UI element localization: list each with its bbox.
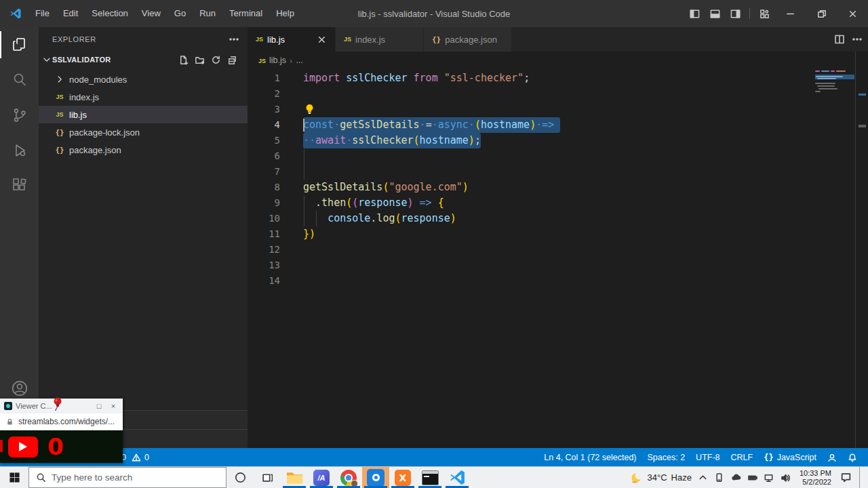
taskbar-app-terminal[interactable]: [416, 467, 443, 488]
code-line-5: 5··await·sslChecker(hostname);: [248, 133, 854, 148]
refresh-icon[interactable]: [210, 54, 222, 66]
menu-selection[interactable]: Selection: [85, 0, 134, 27]
close-button[interactable]: [837, 0, 868, 27]
chevron-up-icon[interactable]: [698, 472, 708, 483]
network-icon[interactable]: [764, 472, 774, 483]
status-item-feedback-icon[interactable]: [822, 453, 842, 462]
collapse-all-icon[interactable]: [226, 54, 238, 66]
status-item-spaces-2[interactable]: Spaces: 2: [642, 453, 691, 462]
lightbulb-icon[interactable]: [304, 104, 315, 115]
layout-panel-icon[interactable]: [705, 0, 725, 27]
file-item-package-lock.json[interactable]: {}package-lock.json: [39, 123, 248, 141]
status-warnings[interactable]: 0: [130, 453, 151, 462]
menu-go[interactable]: Go: [167, 0, 193, 27]
slash-a-icon: /A: [313, 470, 330, 486]
minimize-button[interactable]: [774, 0, 806, 27]
vscode-logo-icon: [9, 7, 22, 20]
taskbar-app-vscode[interactable]: [443, 467, 471, 488]
taskbar-app-xampp[interactable]: X: [389, 467, 416, 488]
js-icon: JS: [344, 36, 351, 43]
weather-widget[interactable]: 34°C Haze: [630, 471, 692, 485]
activitybar-run-debug[interactable]: [0, 133, 39, 168]
widget-address-bar[interactable]: streamlabs.com/widgets/...: [0, 413, 123, 430]
tab-lib.js[interactable]: JSlib.js: [248, 27, 336, 52]
tab-package.json[interactable]: {}package.json: [424, 27, 512, 52]
battery-icon[interactable]: [747, 472, 757, 483]
bell-icon: [848, 453, 857, 462]
menu-terminal[interactable]: Terminal: [222, 0, 269, 27]
minimap[interactable]: [815, 69, 854, 118]
file-item-package.json[interactable]: {}package.json: [39, 141, 248, 159]
taskbar-search[interactable]: [28, 467, 226, 488]
widget-close-button[interactable]: ×: [108, 402, 119, 410]
show-desktop-button[interactable]: [859, 467, 863, 488]
taskbar-app-file-explorer[interactable]: [281, 467, 308, 488]
folder-section-header[interactable]: SSLVALIDATOR: [39, 52, 248, 68]
layout-sidebar-icon[interactable]: [684, 0, 705, 27]
lock-icon: [5, 418, 14, 426]
menu-file[interactable]: File: [28, 0, 56, 27]
menu-view[interactable]: View: [135, 0, 167, 27]
activitybar-source-control[interactable]: [0, 98, 39, 133]
activitybar-search[interactable]: [0, 62, 39, 98]
windows-start-icon[interactable]: [0, 467, 28, 488]
activitybar-explorer[interactable]: [0, 27, 39, 62]
taskbar-app-chrome[interactable]: [335, 467, 362, 488]
new-file-icon[interactable]: [177, 54, 189, 66]
status-item-bell-icon[interactable]: [842, 453, 863, 462]
code-line-3: 3: [248, 102, 854, 117]
status-label: CRLF: [731, 453, 753, 462]
file-item-lib.js[interactable]: JSlib.js: [39, 106, 248, 123]
status-item-crlf[interactable]: CRLF: [726, 453, 759, 462]
tab-close-icon[interactable]: [307, 35, 327, 45]
more-actions-icon[interactable]: [852, 34, 863, 45]
explorer-sidebar: EXPLORER SSLVALIDATOR node_modulesJSinde…: [39, 27, 248, 448]
title-bar: FileEditSelectionViewGoRunTerminalHelp l…: [0, 0, 868, 27]
breadcrumb-more[interactable]: ...: [296, 56, 302, 65]
files-icon: [11, 36, 28, 54]
layout-secondary-sidebar-icon[interactable]: [725, 0, 745, 27]
status-item-javascript[interactable]: {}JavaScript: [758, 453, 822, 462]
widget-restore-button[interactable]: □: [94, 402, 104, 410]
line-content: import sslChecker from "ssl-checker";: [303, 70, 530, 86]
taskbar-cortana-button[interactable]: [226, 467, 254, 488]
code-line-1: 1import sslChecker from "ssl-checker";: [248, 70, 854, 86]
taskbar-clock[interactable]: 10:33 PM 5/2/2022: [797, 469, 834, 487]
taskbar-app-slash-a-app[interactable]: /A: [308, 467, 335, 488]
activitybar-extensions[interactable]: [0, 168, 39, 203]
status-item-ln-4-col-1-72-selected-[interactable]: Ln 4, Col 1 (72 selected): [538, 453, 642, 462]
menu-help[interactable]: Help: [269, 0, 301, 27]
js-icon: JS: [54, 111, 66, 118]
file-item-node_modules[interactable]: node_modules: [39, 70, 248, 88]
customize-layout-icon[interactable]: [754, 0, 774, 27]
file-item-index.js[interactable]: JSindex.js: [39, 88, 248, 106]
action-center-icon[interactable]: [840, 472, 852, 483]
menu-edit[interactable]: Edit: [56, 0, 85, 27]
feedback-icon: [827, 453, 837, 462]
search-input[interactable]: [52, 472, 219, 483]
status-item-utf-8[interactable]: UTF-8: [690, 453, 725, 462]
new-folder-icon[interactable]: [193, 54, 205, 66]
indent-guide: [304, 148, 304, 164]
code-editor[interactable]: 1import sslChecker from "ssl-checker";23…: [248, 70, 854, 448]
code-line-6: 6: [248, 148, 854, 164]
run-debug-icon: [11, 142, 28, 159]
phone-link-icon[interactable]: [714, 472, 724, 483]
restore-button[interactable]: [806, 0, 837, 27]
onedrive-icon[interactable]: [730, 472, 741, 483]
menu-run[interactable]: Run: [193, 0, 222, 27]
volume-icon[interactable]: [780, 472, 791, 483]
taskbar-app-streamlabs[interactable]: [362, 467, 389, 488]
code-line-10: 10 console.log(response): [248, 211, 854, 226]
desktop: FileEditSelectionViewGoRunTerminalHelp l…: [0, 0, 868, 488]
split-editor-icon[interactable]: [834, 34, 845, 45]
explorer-header-label: EXPLORER: [52, 35, 96, 43]
taskbar-task-view-button[interactable]: [254, 467, 281, 488]
overview-ruler[interactable]: [856, 52, 868, 448]
xampp-icon: X: [395, 470, 411, 486]
tab-index.js[interactable]: JSindex.js: [336, 27, 424, 52]
status-bar: 00 Ln 4, Col 1 (72 selected)Spaces: 2UTF…: [0, 448, 868, 466]
explorer-more-actions-icon[interactable]: [229, 34, 239, 45]
widget-title-bar[interactable]: Viewer C... □ ×: [0, 399, 123, 413]
breadcrumb-file[interactable]: lib.js: [269, 56, 286, 65]
